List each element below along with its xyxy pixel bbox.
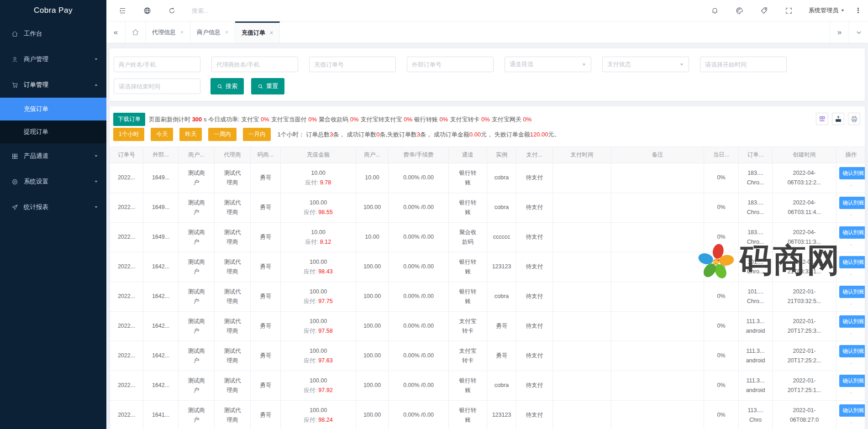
- palette-icon[interactable]: [735, 6, 744, 15]
- columns-icon[interactable]: [816, 113, 828, 125]
- confirm-arrival-button[interactable]: 确认到账: [839, 286, 865, 298]
- cell-agent: 测试代理商: [215, 252, 251, 282]
- order-source-line1: 183....: [742, 228, 769, 237]
- merchant-name-input[interactable]: [114, 57, 200, 72]
- confirm-arrival-button[interactable]: 确认到账: [839, 375, 865, 387]
- amount-due: 应付: 98.43: [284, 267, 353, 277]
- cell-agent: 测试代理商: [215, 193, 251, 223]
- confirm-arrival-button[interactable]: 确认到账: [839, 315, 865, 328]
- channel-rate-value: 0%: [523, 116, 531, 123]
- end-time-input[interactable]: [114, 78, 200, 94]
- confirm-arrival-button[interactable]: 确认到账: [839, 167, 865, 179]
- confirm-arrival-button[interactable]: 确认到账: [839, 256, 865, 268]
- cell-channel: 支付宝转卡: [449, 312, 487, 341]
- table-row: 2022...1642...测试商户测试代理商勇哥100.00应付: 97.92…: [110, 371, 866, 401]
- confirm-arrival-button[interactable]: 确认到账: [839, 345, 865, 357]
- confirm-arrival-button[interactable]: 确认到账: [839, 404, 865, 417]
- cell-actions: 确认到账.: [836, 371, 866, 401]
- range-button-1[interactable]: 今天: [151, 128, 173, 141]
- cell-created-time: 2022-01-20T17:25:2...: [773, 341, 836, 371]
- cell-remark: [611, 223, 704, 252]
- sidebar-item-withdraw-orders[interactable]: 提现订单: [0, 120, 106, 143]
- created-line2: 06T03:11:4...: [775, 208, 833, 217]
- reset-button[interactable]: 重置: [251, 78, 284, 94]
- channel-rate-value: 0%: [350, 116, 359, 123]
- tabs-scroll-left-icon[interactable]: «: [106, 21, 126, 43]
- cell-merchant: 测试商户: [179, 252, 215, 282]
- bell-icon[interactable]: [710, 6, 719, 15]
- search-button-label: 搜索: [226, 82, 237, 90]
- table-row: 2022...1642...测试商户测试代理商勇哥100.00应付: 97.75…: [110, 282, 866, 312]
- globe-icon[interactable]: [142, 6, 152, 15]
- search-input[interactable]: [192, 7, 283, 14]
- tab-recharge-orders[interactable]: 充值订单 ×: [235, 21, 280, 43]
- sidebar-item-system-settings[interactable]: 系统设置 ▼: [0, 169, 106, 194]
- cell-instance: cobra: [487, 282, 516, 312]
- sidebar-item-recharge-orders[interactable]: 充值订单: [0, 98, 106, 120]
- order-source-line2: android: [742, 386, 769, 395]
- sidebar-item-statistics[interactable]: 统计报表 ▼: [0, 194, 106, 220]
- cell-order-source: 101....Chro...: [739, 252, 773, 282]
- order-source-line1: 111.3...: [742, 346, 769, 356]
- channel-filter-select[interactable]: 通道筛选 ▼: [505, 57, 591, 72]
- chevron-down-icon: ▼: [94, 205, 99, 209]
- home-tab[interactable]: [126, 21, 146, 43]
- menu-fold-icon[interactable]: [118, 6, 127, 15]
- sidebar-item-workbench[interactable]: 工作台: [0, 21, 106, 47]
- range-button-3[interactable]: 一周内: [208, 128, 237, 141]
- chevron-down-icon: ▼: [94, 180, 99, 183]
- confirm-arrival-button[interactable]: 确认到账: [839, 226, 865, 239]
- range-button-4[interactable]: 一月内: [243, 128, 271, 141]
- cell-today-rate: 0%: [704, 252, 739, 282]
- close-icon[interactable]: ×: [225, 29, 228, 36]
- sidebar-item-orders[interactable]: 订单管理 ▲: [0, 72, 106, 98]
- pay-status-select[interactable]: 支付状态 ▼: [602, 57, 689, 72]
- download-orders-button[interactable]: 下载订单: [113, 113, 145, 126]
- cell-channel: 聚合收款码: [449, 223, 487, 252]
- agent-name-input[interactable]: [211, 57, 298, 72]
- table-header-cell: 商户...: [179, 147, 215, 163]
- tabs-menu-chevron-icon[interactable]: [849, 21, 868, 43]
- sidebar-item-merchants[interactable]: 商户管理 ▼: [0, 47, 106, 72]
- fullscreen-icon[interactable]: [784, 6, 793, 15]
- cell-fee: 0.00% /0.00: [389, 193, 449, 223]
- tab-label: 商户信息: [197, 28, 221, 37]
- chevron-up-icon: ▲: [94, 83, 99, 87]
- kebab-menu-icon[interactable]: ⋮: [855, 6, 862, 15]
- user-menu[interactable]: 系统管理员 ▼: [809, 6, 845, 15]
- start-time-input[interactable]: [700, 57, 787, 72]
- user-icon: [11, 56, 18, 63]
- actions-truncated: .: [850, 240, 852, 246]
- cell-pay-time: [553, 163, 611, 193]
- refresh-countdown-label: 页面刷新倒计时: [149, 116, 192, 123]
- order-source-line2: Chro...: [742, 178, 769, 188]
- reset-button-label: 重置: [266, 82, 278, 90]
- cell-merchant: 测试商户: [179, 401, 215, 429]
- created-line1: 2022-01-: [775, 287, 833, 297]
- refresh-icon[interactable]: [167, 6, 176, 15]
- export-icon[interactable]: [832, 113, 844, 125]
- range-button-2[interactable]: 昨天: [179, 128, 202, 141]
- tag-icon[interactable]: [759, 6, 768, 15]
- sidebar-item-product-channels[interactable]: 产品通道 ▼: [0, 143, 106, 169]
- created-line1: 2022-04-: [775, 228, 833, 237]
- search-button[interactable]: 搜索: [210, 78, 244, 94]
- external-order-no-input[interactable]: [407, 57, 494, 72]
- range-button-0[interactable]: 1个小时: [113, 128, 144, 141]
- channel-rate-name: 支付宝转支付宝: [361, 116, 404, 123]
- confirm-arrival-button[interactable]: 确认到账: [839, 197, 865, 209]
- close-icon[interactable]: ×: [270, 30, 273, 36]
- table-header-cell: 当日...: [704, 147, 739, 163]
- cell-amount: 100.00应付: 97.75: [281, 282, 356, 312]
- close-icon[interactable]: ×: [180, 29, 184, 36]
- print-icon[interactable]: [848, 113, 860, 125]
- cell-coder: 勇哥: [251, 252, 281, 282]
- tab-merchant-info[interactable]: 商户信息 ×: [190, 21, 235, 43]
- tabs-scroll-right-icon[interactable]: »: [830, 21, 849, 43]
- tab-agent-info[interactable]: 代理信息 ×: [146, 21, 190, 43]
- cell-fee: 0.00% /0.00: [389, 163, 449, 193]
- cell-actions: 确认到账.: [836, 193, 866, 223]
- cell-pay-time: [553, 341, 611, 371]
- table-header-cell: 订单号: [110, 147, 143, 163]
- recharge-order-no-input[interactable]: [309, 57, 396, 72]
